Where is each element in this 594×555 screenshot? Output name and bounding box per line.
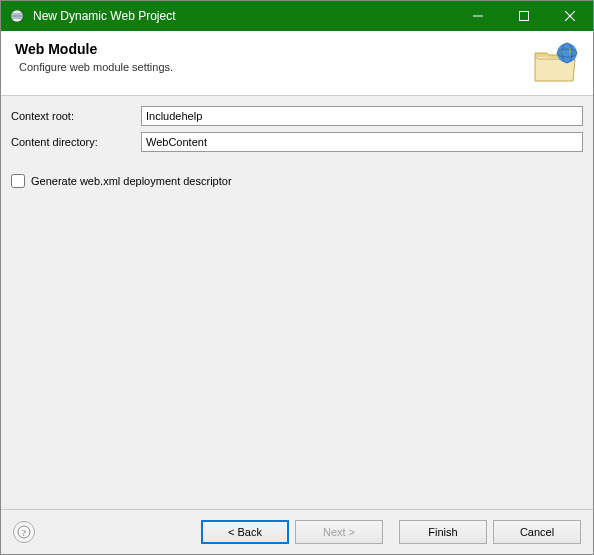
generate-webxml-checkbox[interactable] <box>11 174 25 188</box>
titlebar-controls <box>455 1 593 31</box>
window-title: New Dynamic Web Project <box>33 9 455 23</box>
cancel-button[interactable]: Cancel <box>493 520 581 544</box>
content-directory-input[interactable] <box>141 132 583 152</box>
close-button[interactable] <box>547 1 593 31</box>
context-root-row: Context root: <box>11 106 583 126</box>
next-button: Next > <box>295 520 383 544</box>
page-subtitle: Configure web module settings. <box>15 61 531 73</box>
generate-webxml-row: Generate web.xml deployment descriptor <box>11 174 583 188</box>
help-button[interactable]: ? <box>13 521 35 543</box>
page-title: Web Module <box>15 41 531 57</box>
form-area: Context root: Content directory: Generat… <box>1 96 593 509</box>
context-root-input[interactable] <box>141 106 583 126</box>
eclipse-icon <box>9 8 25 24</box>
content-directory-label: Content directory: <box>11 136 141 148</box>
folder-globe-icon <box>531 41 579 83</box>
finish-button[interactable]: Finish <box>399 520 487 544</box>
maximize-button[interactable] <box>501 1 547 31</box>
svg-text:?: ? <box>22 528 26 538</box>
button-bar: ? < Back Next > Finish Cancel <box>1 509 593 554</box>
titlebar: New Dynamic Web Project <box>1 1 593 31</box>
dialog-window: New Dynamic Web Project Web Module Confi… <box>0 0 594 555</box>
generate-webxml-label: Generate web.xml deployment descriptor <box>31 175 232 187</box>
context-root-label: Context root: <box>11 110 141 122</box>
svg-rect-3 <box>520 12 529 21</box>
dialog-header: Web Module Configure web module settings… <box>1 31 593 96</box>
back-button[interactable]: < Back <box>201 520 289 544</box>
content-directory-row: Content directory: <box>11 132 583 152</box>
svg-point-6 <box>557 43 577 63</box>
minimize-button[interactable] <box>455 1 501 31</box>
